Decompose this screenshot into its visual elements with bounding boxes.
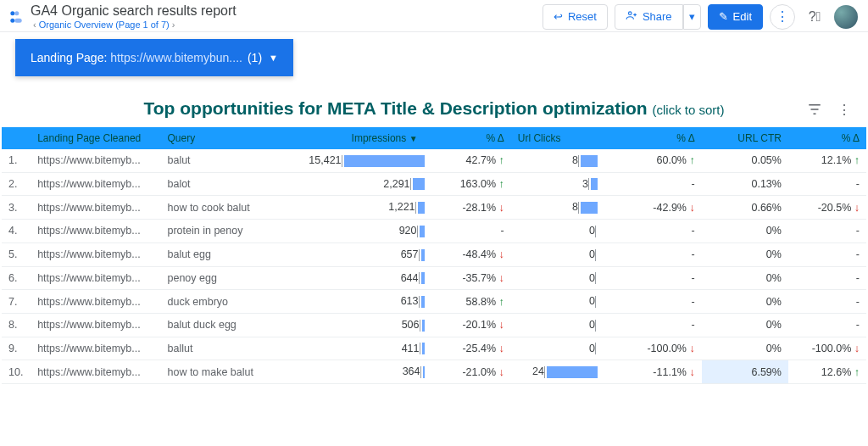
cell-clicks: 0 (511, 220, 598, 243)
cell-impr-delta: -28.1% ↓ (425, 196, 511, 220)
cell-ctr-delta: - (788, 220, 866, 243)
sort-desc-icon: ▼ (409, 134, 418, 143)
cell-impr-delta: -25.4% ↓ (425, 337, 511, 360)
cell-query: protein in penoy (160, 220, 299, 243)
cell-ctr-delta: - (788, 172, 866, 196)
filter-icon[interactable] (807, 102, 822, 120)
table-row[interactable]: 6.https://www.bitemyb...penoy egg644-35.… (2, 266, 866, 290)
col-ctr-delta[interactable]: % Δ (788, 127, 866, 149)
cell-clicks-delta: - (598, 172, 702, 196)
share-dropdown-button[interactable]: ▾ (683, 4, 701, 30)
cell-clicks: 0 (511, 290, 598, 314)
cell-ctr-delta: - (788, 313, 866, 337)
row-index: 9. (2, 337, 31, 360)
cell-query: balut (160, 149, 299, 172)
table-row[interactable]: 8.https://www.bitemyb...balut duck egg50… (2, 313, 866, 337)
edit-button[interactable]: ✎ Edit (708, 4, 763, 30)
cell-ctr: 0% (702, 313, 788, 337)
col-url-ctr[interactable]: URL CTR (702, 127, 788, 149)
cell-ctr: 0% (702, 290, 788, 314)
breadcrumb[interactable]: ‹ Organic Overview (Page 1 of 7) › (31, 20, 542, 30)
help-icon: ?⃝ (809, 9, 821, 25)
cell-landing-page: https://www.bitemyb... (31, 172, 160, 196)
cell-query: how to cook balut (160, 196, 299, 220)
cell-clicks: 0 (511, 313, 598, 337)
cell-impressions: 411 (299, 337, 424, 360)
table-row[interactable]: 9.https://www.bitemyb...ballut411-25.4% … (2, 337, 866, 360)
table-row[interactable]: 4.https://www.bitemyb...protein in penoy… (2, 220, 866, 243)
cell-query: duck embryo (160, 290, 299, 314)
share-button[interactable]: Share (615, 4, 683, 30)
cell-landing-page: https://www.bitemyb... (31, 266, 160, 290)
table-row[interactable]: 5.https://www.bitemyb...balut egg657-48.… (2, 243, 866, 266)
col-impr-delta[interactable]: % Δ (425, 127, 511, 149)
row-index: 3. (2, 196, 31, 220)
cell-ctr: 0% (702, 220, 788, 243)
svg-point-1 (10, 18, 14, 22)
cell-clicks-delta: - (598, 243, 702, 266)
cell-ctr-delta: - (788, 290, 866, 314)
cell-landing-page: https://www.bitemyb... (31, 220, 160, 243)
cell-impr-delta: - (425, 220, 511, 243)
pencil-icon: ✎ (719, 10, 728, 23)
cell-ctr-delta: 12.1% ↑ (788, 149, 866, 172)
filter-field-label: Landing Page (31, 51, 103, 64)
help-button[interactable]: ?⃝ (802, 4, 827, 30)
filter-value: https://www.bitemybun.... (110, 51, 242, 64)
cell-ctr: 0% (702, 337, 788, 360)
col-impressions[interactable]: Impressions ▼ (299, 127, 424, 149)
row-index: 2. (2, 172, 31, 196)
table-row[interactable]: 10.https://www.bitemyb...how to make bal… (2, 360, 866, 384)
cell-landing-page: https://www.bitemyb... (31, 360, 160, 384)
datastudio-logo-icon (7, 8, 25, 26)
cell-clicks-delta: -11.1% ↓ (598, 360, 702, 384)
row-index: 4. (2, 220, 31, 243)
chevron-left-icon[interactable]: ‹ (33, 20, 36, 30)
cell-ctr: 0% (702, 266, 788, 290)
user-avatar[interactable] (834, 5, 858, 29)
cell-clicks: 24 (511, 360, 598, 384)
reset-button[interactable]: ↩ Reset (542, 4, 608, 30)
cell-impressions: 15,421 (299, 149, 424, 172)
cell-impr-delta: 42.7% ↑ (425, 149, 511, 172)
row-index: 7. (2, 290, 31, 314)
col-query[interactable]: Query (160, 127, 299, 149)
cell-ctr: 0.13% (702, 172, 788, 196)
caret-down-icon: ▼ (269, 53, 278, 63)
cell-clicks-delta: -42.9% ↓ (598, 196, 702, 220)
col-url-clicks[interactable]: Url Clicks (511, 127, 598, 149)
table-row[interactable]: 3.https://www.bitemyb...how to cook balu… (2, 196, 866, 220)
col-landing-page[interactable]: Landing Page Cleaned (31, 127, 160, 149)
cell-clicks: 8 (511, 196, 598, 220)
more-options-button[interactable]: ⋮ (770, 4, 795, 30)
svg-point-4 (628, 12, 632, 14)
cell-ctr-delta: - (788, 266, 866, 290)
cell-ctr-delta: 12.6% ↑ (788, 360, 866, 384)
cell-query: how to make balut (160, 360, 299, 384)
top-bar: GA4 Organic search results report ‹ Orga… (0, 0, 868, 32)
svg-point-0 (10, 11, 14, 15)
cell-clicks-delta: - (598, 220, 702, 243)
filter-chip[interactable]: Landing Page: https://www.bitemybun.... … (15, 39, 293, 76)
cell-impressions: 1,221 (299, 196, 424, 220)
row-index: 8. (2, 313, 31, 337)
cell-clicks: 3 (511, 172, 598, 196)
svg-rect-2 (14, 18, 21, 22)
row-index: 10. (2, 360, 31, 384)
cell-ctr: 0.05% (702, 149, 788, 172)
cell-landing-page: https://www.bitemyb... (31, 313, 160, 337)
cell-impr-delta: 58.8% ↑ (425, 290, 511, 314)
cell-impr-delta: 163.0% ↑ (425, 172, 511, 196)
cell-landing-page: https://www.bitemyb... (31, 337, 160, 360)
chevron-right-icon[interactable]: › (172, 20, 175, 30)
table-row[interactable]: 2.https://www.bitemyb...balot2,291163.0%… (2, 172, 866, 196)
row-index: 5. (2, 243, 31, 266)
more-vert-icon[interactable]: ⋮ (837, 102, 851, 120)
cell-impr-delta: -35.7% ↓ (425, 266, 511, 290)
cell-impressions: 364 (299, 360, 424, 384)
cell-landing-page: https://www.bitemyb... (31, 290, 160, 314)
col-clicks-delta[interactable]: % Δ (598, 127, 702, 149)
table-row[interactable]: 7.https://www.bitemyb...duck embryo61358… (2, 290, 866, 314)
table-row[interactable]: 1.https://www.bitemyb...balut15,42142.7%… (2, 149, 866, 172)
report-title: GA4 Organic search results report (31, 3, 542, 19)
